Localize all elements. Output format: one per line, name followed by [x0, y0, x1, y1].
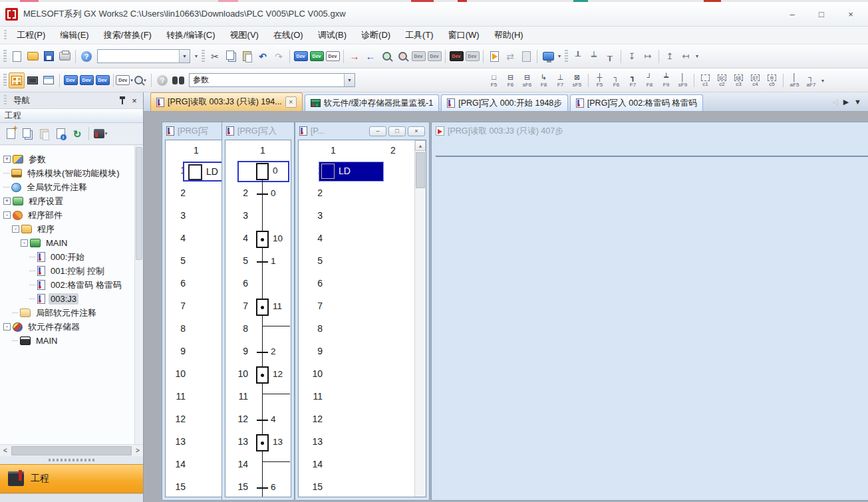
tab-item[interactable]: [PRG]写入 000:开始 1948步 [441, 94, 568, 111]
tree-item[interactable]: -程序部件 [0, 208, 134, 222]
sfc-row[interactable]: 124 [225, 409, 291, 432]
child-window-title-bar[interactable]: [PRG]写入 [223, 124, 293, 138]
ladder-symbol-sF5[interactable]: ⊠sF5 [569, 71, 585, 90]
data-transfer-icon[interactable]: ⇄ [502, 49, 518, 64]
grid-row[interactable]: 3 [299, 205, 426, 228]
menu-tools[interactable]: 工具(T) [398, 27, 441, 44]
forced-io-registration-icon[interactable]: Dev [464, 49, 480, 64]
close-button[interactable]: × [839, 6, 863, 22]
tree-vertical-scrollbar[interactable] [134, 146, 143, 444]
grid-row[interactable]: 7 [299, 296, 426, 318]
watch-target-combo[interactable]: 参数▼ [189, 73, 355, 87]
sort-filter-icon[interactable]: ▾ [92, 126, 108, 142]
toolbar-grip[interactable] [202, 50, 205, 63]
ladder-monitor-icon[interactable]: ┸ [570, 49, 586, 64]
ladder-symbol-F7[interactable]: ⊥F7 [552, 71, 569, 90]
child-close-button[interactable]: × [408, 126, 425, 136]
ladder-symbol-F8[interactable]: ↳F8 [535, 71, 552, 90]
toolbar-overflow-icon[interactable]: ▾ [694, 53, 700, 59]
menu-diagnostics[interactable]: 诊断(D) [354, 27, 398, 44]
tab-close-button[interactable]: × [285, 96, 297, 108]
print-icon[interactable] [57, 49, 72, 64]
ladder-symbol-F6[interactable]: ⊟F6 [502, 71, 519, 90]
pulse-condition-icon[interactable]: ┰ [602, 49, 618, 64]
document-gray-icon[interactable] [518, 49, 534, 64]
paste-data-icon[interactable] [36, 126, 52, 142]
toolbar-overflow-icon[interactable]: ▾ [193, 53, 200, 59]
read-from-plc-icon[interactable]: ← [362, 49, 378, 64]
tree-item[interactable]: +程序设置 [0, 194, 134, 208]
grid-row[interactable]: 8 [299, 318, 426, 341]
data-property-icon[interactable] [53, 126, 69, 142]
grid-row[interactable]: 6 [299, 273, 426, 296]
write-to-plc-icon[interactable]: → [347, 49, 362, 64]
panel-splitter[interactable] [0, 456, 143, 464]
edit-cursor-cell[interactable] [188, 164, 202, 180]
ladder-symbol-F5[interactable]: ┼F5 [591, 71, 608, 90]
menu-grip[interactable] [4, 30, 7, 41]
sfc-step-box[interactable] [256, 434, 269, 451]
sfc-transition[interactable] [257, 487, 268, 489]
grid-row[interactable]: 12 [299, 409, 426, 432]
tab-scroll-left-icon[interactable]: ◁ [832, 98, 837, 106]
tree-expander[interactable]: + [3, 156, 11, 163]
tree-expander[interactable]: - [3, 211, 11, 219]
grid-row[interactable]: 14 [299, 454, 426, 477]
device-display-format-icon[interactable]: Dev▾ [116, 72, 132, 88]
help-icon[interactable]: ? [78, 49, 94, 64]
ladder-symbol-F8[interactable]: ┘F8 [641, 71, 658, 90]
grid-row[interactable]: 1LD [299, 160, 426, 183]
cut-icon[interactable]: ✂ [207, 49, 223, 64]
redo-icon[interactable]: ↷ [271, 49, 287, 64]
ladder-symbol-F7[interactable]: ┓F7 [625, 71, 641, 90]
menu-edit[interactable]: 编辑(E) [53, 27, 96, 44]
scrollbar-thumb[interactable] [136, 147, 142, 260]
toolbar-overflow-icon[interactable]: ▾ [556, 53, 563, 59]
sfc-row[interactable]: 51 [225, 251, 291, 273]
menu-view[interactable]: 视图(V) [223, 27, 266, 44]
navigation-window-toggle-icon[interactable] [9, 72, 25, 88]
sfc-row[interactable]: 410 [225, 228, 291, 251]
copy-data-icon[interactable] [19, 126, 35, 142]
menu-window[interactable]: 窗口(W) [441, 27, 487, 44]
scroll-up-icon[interactable]: ▲ [415, 140, 426, 151]
sfc-row[interactable]: 14 [225, 454, 291, 477]
ladder-symbol-c5[interactable]: Rc5 [764, 71, 780, 90]
tree-item[interactable]: -程序 [0, 222, 134, 236]
tree-item[interactable]: 局部软元件注释 [0, 306, 134, 320]
tab-active[interactable]: [PRG]读取 003:J3 (只读) 194...× [150, 92, 303, 111]
tree-expander[interactable]: - [12, 225, 19, 233]
maximize-button[interactable]: □ [809, 6, 833, 22]
tree-item[interactable]: 000:开始 [0, 250, 134, 264]
ladder-symbol-sF6[interactable]: ⊟sF6 [519, 71, 535, 90]
device-find-icon[interactable]: ▾ [132, 72, 148, 88]
ladder-symbol-c4[interactable]: STc4 [747, 71, 764, 90]
sfc-row[interactable]: 3 [225, 205, 291, 228]
ladder-symbol-aF5[interactable]: │aF5 [786, 71, 803, 90]
sampling-trace-icon[interactable] [486, 49, 502, 64]
child-window-write-3[interactable]: [P... – □ × 1 2 ▲ 1LD2345678910111213141… [295, 122, 430, 501]
grid-row[interactable]: 10 [299, 364, 426, 386]
ladder-grid[interactable]: 1 2 ▲ 1LD23456789101112131415 [298, 140, 426, 497]
save-project-icon[interactable] [41, 49, 57, 64]
sfc-row[interactable]: 1012 [225, 364, 291, 386]
menu-online[interactable]: 在线(O) [266, 27, 311, 44]
toolbar-grip[interactable] [3, 74, 7, 87]
device-monitor-start-icon[interactable]: Dev [309, 49, 325, 64]
sfc-transition[interactable] [257, 261, 268, 263]
tab-item[interactable]: 软元件/缓冲存储器批量监视-1 [305, 94, 440, 111]
module-configuration-icon[interactable] [25, 72, 41, 88]
task-list-icon[interactable] [41, 72, 57, 88]
sfc-row[interactable]: 20 [225, 183, 291, 205]
sfc-transition[interactable] [257, 352, 268, 353]
tree-expander[interactable]: + [3, 197, 11, 205]
menu-help[interactable]: 帮助(H) [487, 27, 531, 44]
tree-expander[interactable]: - [3, 323, 11, 330]
new-data-icon[interactable] [3, 126, 19, 142]
grid-row[interactable]: 11 [299, 386, 426, 409]
grid-row[interactable]: 2 [299, 183, 426, 205]
scroll-right-icon[interactable]: > [132, 447, 143, 454]
scrollbar-track[interactable] [11, 446, 132, 455]
copy-icon[interactable] [223, 49, 239, 64]
tab-scroll-right-icon[interactable]: ▶ [843, 98, 849, 106]
